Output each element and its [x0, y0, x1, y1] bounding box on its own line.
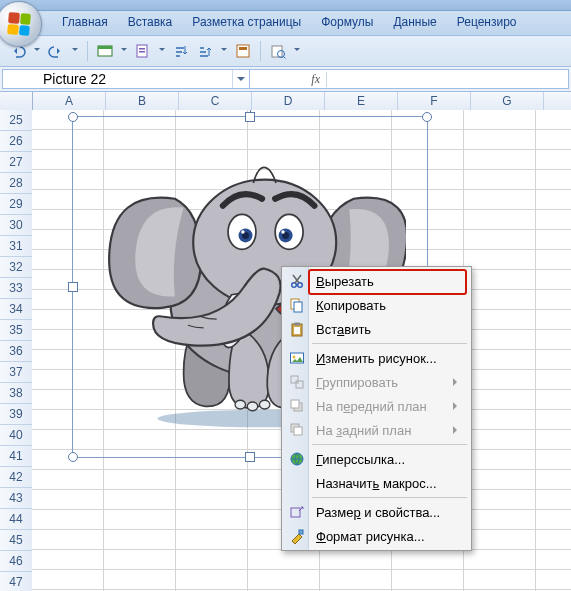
row-header-34[interactable]: 34: [0, 299, 32, 320]
office-logo-icon: [7, 12, 31, 36]
calc-icon: [235, 43, 251, 59]
redo-icon: [48, 43, 64, 59]
qat-btn-2-dd[interactable]: [157, 41, 167, 61]
handle-w[interactable]: [68, 282, 78, 292]
redo-button[interactable]: [46, 41, 66, 61]
qat-btn-4-dd[interactable]: [219, 41, 229, 61]
column-header-C[interactable]: C: [179, 92, 252, 110]
handle-sw[interactable]: [68, 452, 78, 462]
row-header-47[interactable]: 47: [0, 572, 32, 591]
column-header-E[interactable]: E: [325, 92, 398, 110]
formula-bar[interactable]: fx: [250, 69, 569, 89]
tab-page-layout[interactable]: Разметка страницы: [182, 11, 311, 35]
row-header-32[interactable]: 32: [0, 257, 32, 278]
row-header-41[interactable]: 41: [0, 446, 32, 467]
context-menu-item[interactable]: Вставить: [284, 317, 469, 341]
qat-btn-6-dd[interactable]: [292, 41, 302, 61]
context-menu-item[interactable]: Изменить рисунок...: [284, 346, 469, 370]
row-header-28[interactable]: 28: [0, 173, 32, 194]
svg-rect-43: [299, 530, 303, 534]
tab-data[interactable]: Данные: [383, 11, 446, 35]
svg-rect-31: [294, 323, 300, 326]
column-header-F[interactable]: F: [398, 92, 471, 110]
svg-point-19: [281, 230, 284, 233]
name-box[interactable]: [39, 70, 232, 88]
row-header-36[interactable]: 36: [0, 341, 32, 362]
cut-icon: [288, 272, 306, 290]
svg-point-20: [235, 400, 245, 409]
row-header-30[interactable]: 30: [0, 215, 32, 236]
row-header-40[interactable]: 40: [0, 425, 32, 446]
row-header-33[interactable]: 33: [0, 278, 32, 299]
row-header-43[interactable]: 43: [0, 488, 32, 509]
context-menu-item-label: Назначить макрос...: [316, 476, 437, 491]
qat-btn-5[interactable]: [233, 41, 253, 61]
context-menu-item-label: Изменить рисунок...: [316, 351, 437, 366]
context-menu-item[interactable]: Назначить макрос...: [284, 471, 469, 495]
sort-desc-icon: [197, 43, 213, 59]
column-header-G[interactable]: G: [471, 92, 544, 110]
handle-s[interactable]: [245, 452, 255, 462]
name-box-dropdown[interactable]: [232, 70, 249, 88]
column-header-B[interactable]: B: [106, 92, 179, 110]
row-header-37[interactable]: 37: [0, 362, 32, 383]
redo-dropdown[interactable]: [70, 41, 80, 61]
tab-insert[interactable]: Вставка: [118, 11, 183, 35]
row-header-27[interactable]: 27: [0, 152, 32, 173]
context-menu-separator: [312, 444, 467, 445]
qat-btn-4[interactable]: [195, 41, 215, 61]
qat-btn-1-dd[interactable]: [119, 41, 129, 61]
tab-review[interactable]: Рецензиро: [447, 11, 527, 35]
context-menu-item[interactable]: Формат рисунка...: [284, 524, 469, 548]
tab-home[interactable]: Главная: [52, 11, 118, 35]
row-header-45[interactable]: 45: [0, 530, 32, 551]
handle-ne[interactable]: [422, 112, 432, 122]
quick-access-toolbar: [0, 36, 571, 67]
qat-btn-1[interactable]: [95, 41, 115, 61]
context-menu-item-label: Размер и свойства...: [316, 505, 440, 520]
qat-btn-3[interactable]: [171, 41, 191, 61]
row-header-25[interactable]: 25: [0, 110, 32, 131]
qat-btn-2[interactable]: [133, 41, 153, 61]
context-menu-item[interactable]: Гиперссылка...: [284, 447, 469, 471]
grid-body: 2526272829303132333435363738394041424344…: [0, 110, 571, 591]
row-header-31[interactable]: 31: [0, 236, 32, 257]
context-menu-item-label: Копировать: [316, 298, 386, 313]
row-header-46[interactable]: 46: [0, 551, 32, 572]
svg-rect-1: [98, 46, 112, 49]
fx-icon[interactable]: fx: [311, 72, 320, 87]
row-header-39[interactable]: 39: [0, 404, 32, 425]
svg-rect-32: [294, 327, 300, 334]
tab-formulas[interactable]: Формулы: [311, 11, 383, 35]
context-menu-item[interactable]: Вырезать: [284, 269, 469, 293]
table-icon: [97, 43, 113, 59]
row-header-44[interactable]: 44: [0, 509, 32, 530]
doc-icon: [135, 43, 151, 59]
change-pic-icon: [288, 349, 306, 367]
context-menu-item[interactable]: Копировать: [284, 293, 469, 317]
select-all-corner[interactable]: [0, 92, 33, 110]
handle-n[interactable]: [245, 112, 255, 122]
context-menu-item-label: Вставить: [316, 322, 371, 337]
row-header-38[interactable]: 38: [0, 383, 32, 404]
row-headers: 2526272829303132333435363738394041424344…: [0, 110, 33, 591]
column-header-D[interactable]: D: [252, 92, 325, 110]
row-header-26[interactable]: 26: [0, 131, 32, 152]
handle-nw[interactable]: [68, 112, 78, 122]
column-headers: ABCDEFG: [0, 92, 571, 111]
context-menu-item: На задний план: [284, 418, 469, 442]
svg-point-34: [293, 356, 296, 359]
cells-area[interactable]: ВырезатьКопироватьВставитьИзменить рисун…: [32, 110, 571, 591]
context-menu-item-label: Вырезать: [316, 274, 374, 289]
row-header-29[interactable]: 29: [0, 194, 32, 215]
svg-rect-36: [296, 381, 303, 388]
context-menu-item-label: Гиперссылка...: [316, 452, 405, 467]
name-box-wrap: [2, 69, 250, 89]
front-icon: [288, 397, 306, 415]
row-header-42[interactable]: 42: [0, 467, 32, 488]
context-menu-item[interactable]: Размер и свойства...: [284, 500, 469, 524]
column-header-A[interactable]: A: [33, 92, 106, 110]
qat-btn-6[interactable]: [268, 41, 288, 61]
row-header-35[interactable]: 35: [0, 320, 32, 341]
undo-dropdown[interactable]: [32, 41, 42, 61]
